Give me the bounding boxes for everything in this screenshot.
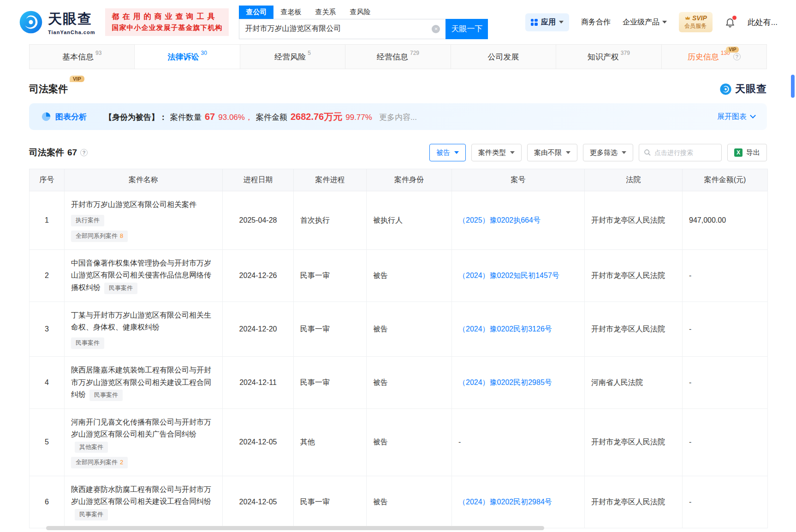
case-name[interactable]: 丁某与开封市万岁山游览区有限公司相关生命权、身体权、健康权纠纷 (71, 311, 211, 331)
court: 开封市龙亭区人民法院 (585, 476, 683, 528)
main-content: 司法案件 VIP 天眼查 图表分析 【身份为被告】： 案件数量 67 93.06… (29, 82, 767, 528)
nav-tab[interactable]: 公司发展 (451, 45, 556, 69)
apps-menu[interactable]: 应用 (525, 13, 569, 31)
case-progress: 首次执行 (294, 191, 367, 250)
filter-dropdown[interactable]: 更多筛选 (583, 144, 633, 161)
case-number: - (458, 438, 461, 446)
chevron-down-icon (622, 151, 626, 154)
clear-icon[interactable]: × (432, 25, 440, 33)
list-title-label: 司法案件 (29, 147, 64, 159)
svip-membership-badge[interactable]: SVIP 会员服务 (679, 12, 713, 32)
business-cooperation-link[interactable]: 商务合作 (581, 18, 611, 27)
table-search-input[interactable] (654, 149, 717, 156)
case-amount: - (683, 249, 768, 301)
case-name[interactable]: 陕西建赛防水防腐工程有限公司与开封市万岁山游览区有限公司相关建设工程合同纠纷 (71, 485, 211, 505)
case-name[interactable]: 开封市万岁山游览区有限公司相关案件 (71, 201, 196, 208)
progress-date: 2025-04-28 (223, 191, 294, 250)
case-amount: - (683, 476, 768, 528)
filter-dropdown[interactable]: 被告 (429, 144, 466, 161)
case-name[interactable]: 河南开门见喜文化传播有限公司与开封市万岁山游览区有限公司相关广告合同纠纷 (71, 418, 211, 438)
series-cases-tag[interactable]: 全部同系列案件8 (71, 231, 128, 242)
case-progress: 民事一审 (294, 476, 367, 528)
case-number-cell: （2024）豫0202民初2984号 (452, 476, 585, 528)
nav-tab-label: 基本信息 (62, 52, 94, 62)
column-header: 案件金额(元) (683, 169, 768, 191)
list-title: 司法案件 67 ? (29, 147, 88, 159)
nav-tab-label: 经营信息 (377, 52, 408, 62)
logo-text: 天眼查 TianYanCha.com (48, 10, 95, 35)
chevron-down-icon (454, 151, 459, 154)
series-cases-tag[interactable]: 全部同系列案件2 (71, 457, 128, 468)
filter-label: 被告 (436, 148, 450, 157)
apps-grid-icon (531, 19, 538, 26)
nav-tab-label: 历史信息 (688, 52, 719, 62)
case-identity: 被告 (367, 408, 452, 476)
help-icon[interactable]: ? (733, 53, 741, 60)
case-identity: 被告 (367, 476, 452, 528)
watermark-brand-label: 天眼查 (735, 82, 767, 96)
case-amount: - (683, 408, 768, 476)
court: 开封市龙亭区人民法院 (585, 249, 683, 301)
search-tab[interactable]: 查公司 (239, 6, 273, 19)
case-index: 3 (30, 301, 65, 357)
case-number-link[interactable]: （2024）豫0202民初2984号 (458, 498, 552, 506)
case-name-cell: 丁某与开封市万岁山游览区有限公司相关生命权、身体权、健康权纠纷民事案件 (65, 301, 223, 357)
help-icon[interactable]: ? (80, 149, 88, 156)
case-name-cell: 陕西建赛防水防腐工程有限公司与开封市万岁山游览区有限公司相关建设工程合同纠纷民事… (65, 476, 223, 528)
court: 开封市龙亭区人民法院 (585, 408, 683, 476)
case-number-cell: - (452, 408, 585, 476)
search-tabs: 查公司查老板查关系查风险 (239, 6, 488, 19)
nav-tab-count: 30 (201, 50, 207, 56)
filter-dropdown[interactable]: 案由不限 (527, 144, 577, 161)
case-amount-value: 2682.76万元 (291, 111, 342, 123)
case-number-cell: （2024）豫0202民初3126号 (452, 301, 585, 357)
chart-analysis-link[interactable]: 图表分析 (41, 112, 87, 122)
case-name[interactable]: 中国音像著作权集体管理协会与开封市万岁山游览区有限公司相关侵害作品信息网络传播权… (71, 259, 211, 291)
column-header: 进程日期 (223, 169, 294, 191)
nav-tab[interactable]: 经营风险5 (240, 45, 345, 69)
series-cases-count: 8 (120, 232, 123, 239)
excel-icon: X (734, 148, 743, 157)
case-number-link[interactable]: （2024）豫0202民初2985号 (458, 378, 552, 386)
progress-date: 2024-12-26 (223, 249, 294, 301)
case-identity: 被告 (367, 357, 452, 409)
user-menu[interactable]: 此处有... (748, 17, 778, 28)
column-header: 案件名称 (65, 169, 223, 191)
enterprise-products-link[interactable]: 企业级产品 (623, 18, 667, 27)
defendant-summary: 【身份为被告】： 案件数量 67 93.06%， 案件金额 2682.76万元 … (104, 111, 417, 123)
search-tab[interactable]: 查风险 (343, 6, 377, 19)
tianyancha-logo[interactable]: 天眼查 TianYanCha.com (18, 10, 95, 35)
case-amount-label: 案件金额 (256, 112, 287, 123)
case-name-cell: 中国音像著作权集体管理协会与开封市万岁山游览区有限公司相关侵害作品信息网络传播权… (65, 249, 223, 301)
expand-chart-button[interactable]: 展开图表 (717, 112, 755, 122)
case-number-link[interactable]: （2024）豫0202民初3126号 (458, 325, 552, 333)
nav-tab-count: 729 (410, 50, 419, 56)
nav-tab[interactable]: 法律诉讼30 (134, 45, 239, 69)
nav-tab[interactable]: 知识产权379 (556, 45, 661, 69)
chart-summary-bar: 图表分析 【身份为被告】： 案件数量 67 93.06%， 案件金额 2682.… (29, 103, 767, 130)
case-type-tag: 其他案件 (75, 442, 108, 453)
search-button[interactable]: 天眼一下 (446, 19, 488, 39)
case-amount-percent: 99.77% (345, 113, 372, 122)
search-tab[interactable]: 查关系 (308, 6, 343, 19)
export-button[interactable]: X 导出 (727, 144, 767, 161)
nav-tab[interactable]: 基本信息93 (30, 45, 134, 69)
search-tab[interactable]: 查老板 (273, 6, 308, 19)
notification-bell-icon[interactable] (725, 17, 736, 28)
filter-dropdown[interactable]: 案件类型 (471, 144, 522, 161)
nav-tab-label: 法律诉讼 (167, 52, 199, 62)
table-header-row: 序号案件名称进程日期案件进程案件身份案号法院案件金额(元) (30, 169, 768, 191)
vertical-scrollbar-thumb[interactable] (791, 75, 795, 98)
search-input[interactable] (245, 25, 432, 33)
more-content-link[interactable]: 更多内容... (379, 112, 417, 123)
search-icon (644, 149, 651, 156)
case-number-link[interactable]: （2024）豫0202知民初1457号 (458, 272, 559, 279)
nav-tab[interactable]: VIP历史信息130? (661, 45, 766, 69)
case-amount: - (683, 357, 768, 409)
filter-label: 案由不限 (534, 148, 562, 157)
horizontal-scrollbar-thumb[interactable] (46, 526, 544, 530)
nav-tab[interactable]: 经营信息729 (345, 45, 450, 69)
case-type-tag: 民事案件 (71, 337, 104, 349)
case-number-link[interactable]: （2025）豫0202执664号 (458, 216, 541, 224)
case-amount: - (683, 301, 768, 357)
